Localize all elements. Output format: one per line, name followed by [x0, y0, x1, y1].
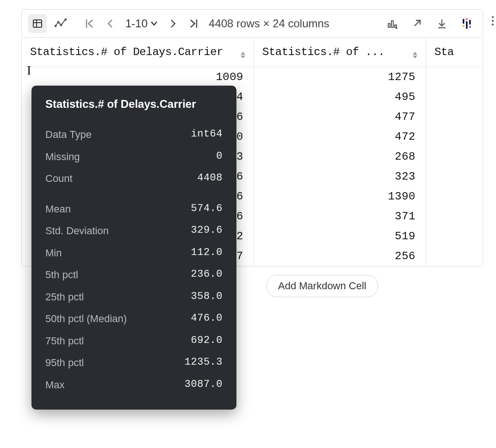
sort-icon[interactable]: [413, 45, 417, 58]
cell[interactable]: 1275: [254, 67, 426, 87]
column-stats-tooltip: Statistics.# of Delays.Carrier Data Type…: [31, 86, 236, 410]
more-menu-button[interactable]: [486, 14, 496, 27]
cell[interactable]: 256: [254, 246, 426, 266]
add-markdown-cell-button[interactable]: Add Markdown Cell: [267, 275, 378, 297]
svg-point-6: [65, 19, 66, 20]
bar-chart-icon[interactable]: [383, 14, 401, 33]
cell[interactable]: 495: [254, 87, 426, 107]
cell[interactable]: 1009: [22, 67, 254, 87]
first-page-button[interactable]: [82, 14, 98, 33]
chevron-down-icon: [150, 21, 158, 26]
cell[interactable]: 268: [254, 147, 426, 167]
cell[interactable]: 472: [254, 127, 426, 147]
last-page-button[interactable]: [186, 14, 201, 33]
stat-row-p95: 95th pctl1235.3: [45, 352, 223, 374]
stat-row-p5: 5th pctl236.0: [45, 264, 223, 286]
stat-row-count: Count4408: [45, 168, 223, 190]
stat-row-p50: 50th pctl (Median)476.0: [45, 308, 223, 330]
cell[interactable]: 477: [254, 107, 426, 127]
column-header-carrier[interactable]: Statistics.# of Delays.Carrier: [22, 38, 254, 67]
column-header-label: Statistics.# of Delays.Carrier: [30, 46, 223, 58]
cell[interactable]: 371: [254, 206, 426, 226]
svg-point-21: [492, 16, 494, 18]
stat-row-p25: 25th pctl358.0: [45, 286, 223, 308]
stat-row-max: Max3087.0: [45, 374, 223, 396]
chart-view-button[interactable]: [51, 14, 70, 33]
table-view-button[interactable]: [28, 14, 47, 33]
cell[interactable]: 323: [254, 167, 426, 187]
table-header-row: Statistics.# of Delays.Carrier Statistic…: [22, 38, 483, 67]
svg-rect-20: [469, 26, 471, 28]
pandas-icon[interactable]: [458, 14, 476, 33]
svg-point-5: [60, 24, 62, 25]
svg-point-22: [492, 20, 494, 22]
stat-row-mean: Mean574.6: [45, 198, 223, 220]
column-header-third[interactable]: Sta: [426, 38, 483, 67]
svg-rect-16: [463, 25, 465, 27]
svg-point-4: [57, 21, 59, 23]
stat-row-p75: 75th pctl692.0: [45, 330, 223, 352]
svg-rect-18: [466, 21, 468, 29]
cell[interactable]: 519: [254, 226, 426, 246]
table-row: 10091275: [22, 67, 483, 87]
svg-point-23: [492, 24, 494, 25]
stat-row-min: Min112.0: [45, 242, 223, 264]
stat-row-missing: Missing0: [45, 146, 223, 168]
stats-title: Statistics.# of Delays.Carrier: [45, 98, 223, 111]
text-cursor-icon: I: [27, 63, 31, 78]
page-range-dropdown[interactable]: 1-10: [123, 17, 161, 30]
column-header-label: Sta: [434, 46, 454, 58]
svg-point-3: [55, 25, 56, 26]
svg-line-12: [415, 20, 420, 26]
svg-rect-15: [463, 19, 465, 24]
next-page-button[interactable]: [165, 14, 181, 33]
data-toolbar: 1-10 4408 rows × 24 columns: [21, 9, 483, 38]
svg-rect-19: [469, 20, 471, 25]
svg-rect-17: [466, 18, 468, 20]
table-shape-label: 4408 rows × 24 columns: [209, 17, 329, 30]
cell[interactable]: 1390: [254, 187, 426, 206]
button-label: Add Markdown Cell: [278, 280, 366, 292]
prev-page-button[interactable]: [102, 14, 118, 33]
column-header-second[interactable]: Statistics.# of ...: [254, 38, 426, 67]
column-header-label: Statistics.# of ...: [262, 46, 384, 58]
open-external-icon[interactable]: [408, 14, 426, 33]
page-range-label: 1-10: [125, 17, 148, 30]
svg-rect-10: [391, 21, 393, 27]
stat-row-std: Std. Deviation329.6: [45, 220, 223, 242]
download-icon[interactable]: [433, 14, 451, 33]
sort-icon[interactable]: [241, 45, 245, 58]
svg-rect-11: [395, 25, 397, 27]
stat-row-datatype: Data Typeint64: [45, 124, 223, 146]
svg-rect-0: [33, 20, 42, 27]
svg-rect-9: [388, 24, 390, 27]
